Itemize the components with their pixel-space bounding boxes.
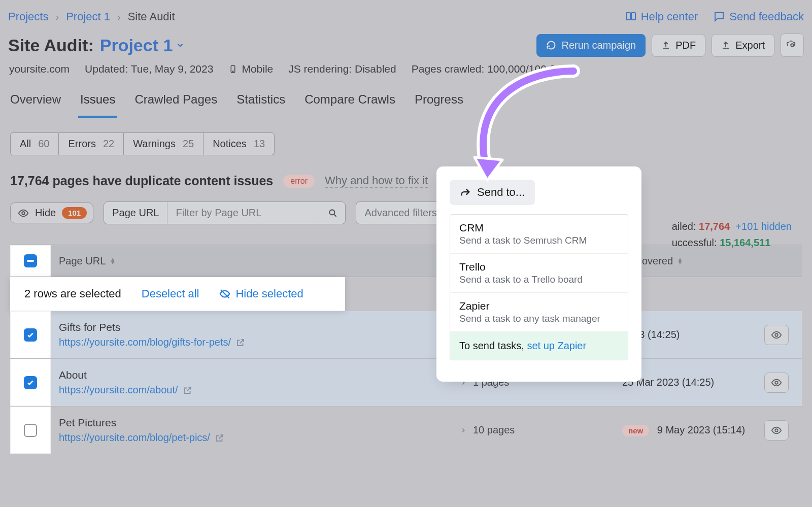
- svg-point-4: [233, 71, 234, 72]
- selection-bar: 2 rows are selected Deselect all Hide se…: [10, 277, 345, 311]
- filter-all[interactable]: All60: [10, 132, 59, 155]
- svg-point-2: [791, 44, 794, 47]
- tab-issues[interactable]: Issues: [78, 85, 117, 118]
- send-feedback-link[interactable]: Send feedback: [713, 10, 804, 23]
- send-to-trello[interactable]: Trello Send a task to a Trello board: [450, 254, 628, 293]
- row-title: Pet Pictures: [59, 417, 444, 429]
- send-to-button[interactable]: Send to...: [450, 180, 535, 205]
- svg-rect-0: [626, 13, 630, 20]
- setup-zapier-link[interactable]: set up Zapier: [527, 340, 586, 352]
- eye-icon: [771, 425, 782, 436]
- tab-overview[interactable]: Overview: [8, 85, 63, 118]
- chevron-down-icon: [176, 41, 185, 50]
- search-icon: [328, 208, 338, 218]
- send-to-zapier[interactable]: Zapier Send a task to any task manager: [450, 293, 628, 332]
- select-all-checkbox[interactable]: [24, 254, 37, 267]
- pages-crawled-label: Pages crawled: 100,000/100,000: [412, 63, 567, 75]
- pdf-button[interactable]: PDF: [652, 34, 705, 57]
- checks-panel: ailed: 17,764 +101 hidden uccessful: 15,…: [672, 218, 792, 251]
- help-center-link[interactable]: Help center: [625, 10, 698, 23]
- how-to-fix-link[interactable]: Why and how to fix it: [325, 174, 428, 188]
- page-title: Site Audit: Project 1: [8, 36, 185, 55]
- svg-point-9: [775, 333, 778, 336]
- column-discovered[interactable]: Discovered ▲▼: [614, 255, 756, 267]
- deselect-all-link[interactable]: Deselect all: [142, 287, 199, 300]
- svg-point-5: [22, 212, 25, 215]
- svg-rect-7: [27, 260, 34, 262]
- domain-label: yoursite.com: [9, 63, 70, 75]
- row-view-button[interactable]: [764, 373, 789, 393]
- row-view-button[interactable]: [764, 325, 789, 345]
- eye-icon: [771, 329, 782, 341]
- upload-icon: [661, 41, 670, 50]
- svg-point-10: [775, 381, 778, 384]
- external-link-icon: [236, 338, 245, 347]
- page-url-filter-input[interactable]: [167, 202, 320, 224]
- error-badge: error: [283, 175, 315, 188]
- refresh-icon: [546, 40, 556, 50]
- row-discovered: 2023 (14:25): [614, 322, 756, 348]
- tab-crawled-pages[interactable]: Crawled Pages: [132, 85, 219, 118]
- gear-icon: [787, 40, 798, 51]
- chat-icon: [713, 11, 725, 23]
- export-button[interactable]: Export: [712, 34, 774, 57]
- page-url-filter-label: Page URL: [104, 202, 167, 224]
- upload-icon: [721, 41, 730, 50]
- breadcrumb-project[interactable]: Project 1: [66, 10, 110, 23]
- column-page-url[interactable]: Page URL ▲▼: [51, 255, 452, 267]
- row-url-link[interactable]: https://yoursite.com/blog/gifts-for-pets…: [59, 336, 245, 348]
- row-view-button[interactable]: [764, 420, 789, 441]
- row-discovered: new 9 May 2023 (15:14): [614, 417, 756, 443]
- svg-point-6: [329, 210, 334, 215]
- hide-button[interactable]: Hide 101: [10, 202, 93, 223]
- new-badge: new: [622, 425, 649, 436]
- breadcrumb-current: Site Audit: [128, 10, 175, 23]
- row-discovered: 25 Mar 2023 (14:25): [614, 369, 756, 395]
- eye-icon: [771, 377, 782, 388]
- mobile-icon: [228, 63, 238, 75]
- breadcrumb-projects[interactable]: Projects: [8, 10, 48, 23]
- hide-selected-link[interactable]: Hide selected: [219, 287, 303, 300]
- filter-warnings[interactable]: Warnings25: [124, 132, 204, 155]
- row-title: About: [59, 369, 444, 381]
- chevron-right-icon: [460, 427, 467, 434]
- updated-label: Updated: Tue, May 9, 2023: [85, 63, 213, 75]
- row-url-link[interactable]: https://yoursite.com/about/: [59, 384, 192, 396]
- tabs: Overview Issues Crawled Pages Statistics…: [0, 85, 812, 118]
- js-rendering-label: JS rendering: Disabled: [288, 63, 396, 75]
- row-checkbox[interactable]: [24, 328, 37, 342]
- table-row: About https://yoursite.com/about/ 1 page…: [10, 359, 802, 407]
- send-to-crm[interactable]: CRM Send a task to Semrush CRM: [450, 215, 628, 254]
- book-icon: [625, 11, 637, 23]
- svg-point-11: [775, 429, 778, 432]
- row-title: Gifts for Pets: [59, 321, 444, 333]
- filter-notices[interactable]: Notices13: [204, 132, 275, 155]
- eye-off-icon: [219, 288, 230, 299]
- search-button[interactable]: [320, 202, 345, 224]
- row-checkbox[interactable]: [24, 376, 37, 389]
- row-checkbox[interactable]: [24, 424, 37, 437]
- external-link-icon: [215, 433, 224, 443]
- chevron-right-icon: ›: [117, 11, 121, 23]
- row-pages[interactable]: 10 pages: [452, 417, 614, 443]
- share-arrow-icon: [460, 187, 471, 198]
- device-label: Mobile: [228, 63, 273, 75]
- issue-title: 17,764 pages have duplicate content issu…: [10, 174, 273, 188]
- rerun-campaign-button[interactable]: Rerun campaign: [536, 34, 646, 57]
- table-row: Gifts for Pets https://yoursite.com/blog…: [10, 311, 802, 359]
- tab-progress[interactable]: Progress: [413, 85, 465, 118]
- settings-button[interactable]: [781, 33, 804, 57]
- send-to-popover: Send to... CRM Send a task to Semrush CR…: [443, 173, 635, 376]
- tab-compare-crawls[interactable]: Compare Crawls: [302, 85, 397, 118]
- project-selector[interactable]: Project 1: [100, 36, 185, 55]
- eye-icon: [18, 208, 29, 219]
- sort-icon: ▲▼: [110, 258, 116, 264]
- external-link-icon: [183, 386, 192, 395]
- breadcrumb: Projects › Project 1 › Site Audit: [8, 10, 175, 23]
- chevron-right-icon: ›: [55, 11, 59, 23]
- sort-icon: ▲▼: [677, 258, 683, 264]
- hidden-checks-link[interactable]: +101 hidden: [735, 221, 792, 232]
- row-url-link[interactable]: https://yoursite.com/blog/pet-pics/: [59, 432, 224, 444]
- tab-statistics[interactable]: Statistics: [234, 85, 287, 118]
- filter-errors[interactable]: Errors22: [59, 132, 124, 155]
